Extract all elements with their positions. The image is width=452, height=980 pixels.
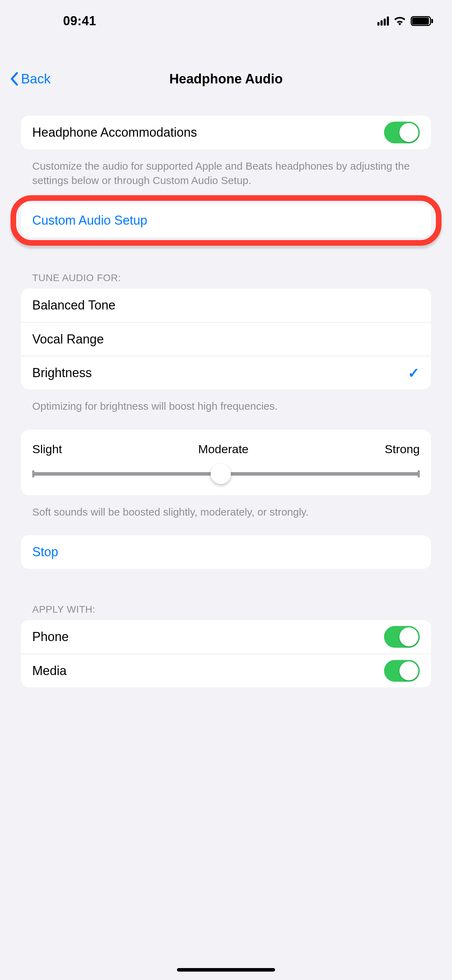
stop-label: Stop: [32, 545, 420, 559]
nav-bar: Back Headphone Audio: [0, 63, 452, 95]
custom-audio-setup-label: Custom Audio Setup: [32, 213, 420, 228]
accommodations-label: Headphone Accommodations: [32, 125, 384, 140]
battery-icon: [411, 16, 431, 26]
wifi-icon: [394, 16, 406, 25]
tune-option-vocal[interactable]: Vocal Range: [21, 322, 431, 356]
boost-max-label: Strong: [385, 442, 420, 456]
apply-header: Apply With:: [21, 600, 431, 620]
accommodations-row[interactable]: Headphone Accommodations: [21, 116, 431, 149]
boost-slider[interactable]: [32, 472, 420, 476]
accommodations-toggle[interactable]: [384, 122, 420, 143]
tune-footer: Optimizing for brightness will boost hig…: [21, 394, 431, 430]
back-button[interactable]: Back: [11, 72, 51, 87]
apply-phone-row[interactable]: Phone: [21, 620, 431, 654]
boost-min-label: Slight: [32, 442, 62, 456]
tune-option-balanced[interactable]: Balanced Tone: [21, 288, 431, 322]
tune-header: Tune Audio For:: [21, 269, 431, 288]
accommodations-footer: Customize the audio for supported Apple …: [21, 154, 431, 204]
checkmark-icon: ✓: [408, 365, 420, 381]
apply-media-toggle[interactable]: [384, 660, 420, 682]
apply-phone-toggle[interactable]: [384, 626, 420, 648]
stop-button[interactable]: Stop: [21, 535, 431, 569]
tune-option-label: Balanced Tone: [32, 298, 420, 313]
custom-audio-setup-button[interactable]: Custom Audio Setup: [21, 204, 431, 237]
apply-group: Phone Media: [21, 620, 431, 687]
boost-slider-card: Slight Moderate Strong: [21, 430, 431, 495]
apply-media-label: Media: [32, 663, 384, 678]
apply-media-row[interactable]: Media: [21, 654, 431, 687]
status-bar: 09:41: [0, 0, 452, 42]
boost-slider-thumb[interactable]: [210, 464, 231, 484]
accommodations-group: Headphone Accommodations: [21, 116, 431, 149]
custom-setup-group: Custom Audio Setup: [21, 204, 431, 237]
tune-option-label: Vocal Range: [32, 332, 420, 347]
tune-group: Balanced Tone Vocal Range Brightness ✓: [21, 288, 431, 390]
back-label: Back: [21, 72, 51, 87]
home-indicator: [177, 968, 275, 972]
status-time: 09:41: [63, 14, 96, 29]
tune-option-label: Brightness: [32, 366, 408, 380]
apply-phone-label: Phone: [32, 630, 384, 644]
cellular-icon: [377, 16, 389, 25]
tune-option-brightness[interactable]: Brightness ✓: [21, 356, 431, 390]
boost-slider-labels: Slight Moderate Strong: [32, 442, 420, 456]
boost-footer: Soft sounds will be boosted slightly, mo…: [21, 500, 431, 536]
status-icons: [377, 16, 431, 26]
stop-group: Stop: [21, 535, 431, 569]
page-title: Headphone Audio: [169, 72, 283, 87]
boost-mid-label: Moderate: [198, 442, 249, 456]
chevron-left-icon: [11, 72, 18, 86]
content: Headphone Accommodations Customize the a…: [0, 116, 452, 980]
